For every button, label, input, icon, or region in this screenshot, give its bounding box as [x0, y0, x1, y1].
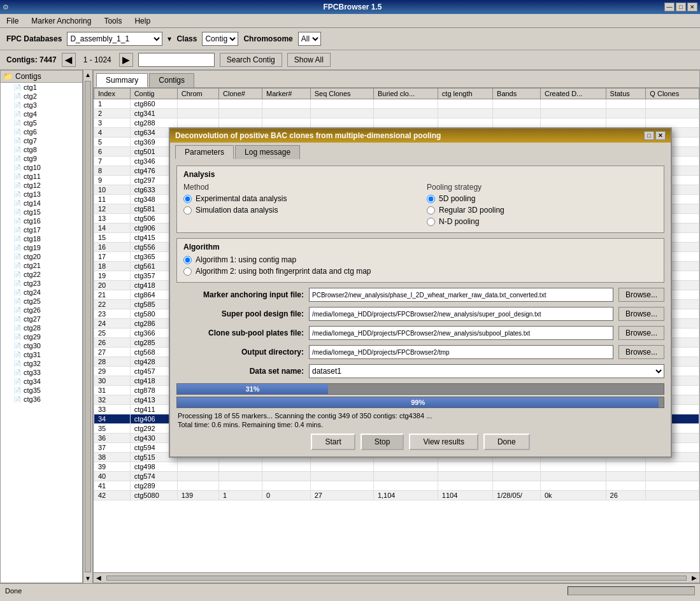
stop-btn[interactable]: Stop [361, 434, 404, 450]
modal-titlebar: Deconvolution of positive BAC clones fro… [170, 129, 671, 143]
method-experimental[interactable]: Experimental data analysis [183, 194, 414, 203]
method-experimental-label: Experimental data analysis [196, 194, 287, 203]
view-results-btn[interactable]: View results [409, 434, 478, 450]
marker-file-row: Marker anchoring input file: PCBrowser2/… [176, 288, 664, 302]
marker-file-input[interactable]: PCBrowser2/new_analysis/phase_I_2D_wheat… [309, 288, 613, 302]
algorithm-title: Algorithm [183, 243, 657, 251]
pooling-5d[interactable]: 5D pooling [427, 194, 657, 203]
status-line-2: Total time: 0.6 mins. Remaining time: 0.… [176, 421, 664, 428]
pooling-nd-label: N-D pooling [439, 217, 479, 226]
modal-controls[interactable]: □ ✕ [644, 131, 666, 140]
progress-bar-2-container: 99% [176, 397, 664, 408]
progress-bar-1: 31% [177, 384, 328, 394]
analysis-title: Analysis [183, 170, 657, 179]
output-dir-input[interactable]: /media/Iomega_HDD/projects/FPCBrowser2/t… [309, 345, 613, 359]
dataset-name-row: Data set name: dataset1 [176, 364, 664, 378]
progress-bar-1-container: 31% [176, 383, 664, 395]
pooling-3d-label: Regular 3D pooling [439, 206, 504, 215]
analysis-row: Method Experimental data analysis Simula… [183, 183, 657, 229]
method-simulation-radio[interactable] [183, 206, 192, 215]
method-simulation-label: Simulation data analysis [196, 206, 278, 215]
modal-overlay: Deconvolution of positive BAC clones fro… [0, 0, 700, 601]
output-dir-label: Output directory: [176, 348, 304, 357]
clone-sub-file-input[interactable]: /media/Iomega_HDD/projects/FPCBrowser2/n… [309, 326, 613, 340]
progress-bar-1-label: 31% [245, 385, 259, 393]
progress-bar-2: 99% [177, 397, 659, 407]
algorithm-1[interactable]: Algorithm 1: using contig map [183, 255, 657, 264]
super-pool-browse-btn[interactable]: Browse... [618, 307, 664, 321]
dataset-name-label: Data set name: [176, 367, 304, 376]
clone-sub-browse-btn[interactable]: Browse... [618, 326, 664, 340]
algorithm-2[interactable]: Algorithm 2: using both fingerprint data… [183, 267, 657, 276]
pooling-5d-label: 5D pooling [439, 194, 475, 203]
modal-tabs: Parameters Log message [170, 143, 671, 159]
output-dir-browse-btn[interactable]: Browse... [618, 345, 664, 359]
marker-file-label: Marker anchoring input file: [176, 290, 304, 299]
pooling-3d[interactable]: Regular 3D pooling [427, 206, 657, 215]
modal-body: Analysis Method Experimental data analys… [170, 159, 671, 456]
modal-dialog: Deconvolution of positive BAC clones fro… [169, 127, 672, 458]
analysis-group: Analysis Method Experimental data analys… [176, 166, 664, 233]
super-pool-file-input[interactable]: /media/Iomega_HDD/projects/FPCBrowser2/n… [309, 307, 613, 321]
marker-browse-btn[interactable]: Browse... [618, 288, 664, 302]
pooling-5d-radio[interactable] [427, 195, 435, 203]
output-dir-row: Output directory: /media/Iomega_HDD/proj… [176, 345, 664, 359]
method-label: Method [183, 183, 414, 192]
algorithm-2-radio[interactable] [183, 267, 192, 276]
dataset-name-select[interactable]: dataset1 [309, 364, 664, 378]
super-pool-file-row: Super pool design file: /media/Iomega_HD… [176, 307, 664, 321]
pooling-label: Pooling strategy [427, 183, 657, 192]
progress-bar-2-label: 99% [411, 399, 425, 406]
algorithm-1-radio[interactable] [183, 256, 192, 264]
clone-sub-file-label: Clone sub-pool plates file: [176, 329, 304, 337]
modal-close-btn[interactable]: ✕ [655, 131, 666, 140]
method-simulation[interactable]: Simulation data analysis [183, 206, 414, 215]
method-experimental-radio[interactable] [183, 195, 192, 203]
done-btn[interactable]: Done [483, 434, 530, 450]
pooling-3d-radio[interactable] [427, 206, 435, 215]
algorithm-group: Algorithm Algorithm 1: using contig map … [176, 238, 664, 283]
algorithm-1-label: Algorithm 1: using contig map [196, 255, 296, 264]
pooling-nd[interactable]: N-D pooling [427, 217, 657, 226]
clone-sub-file-row: Clone sub-pool plates file: /media/Iomeg… [176, 326, 664, 340]
modal-maximize-btn[interactable]: □ [644, 131, 654, 140]
super-pool-file-label: Super pool design file: [176, 309, 304, 318]
modal-title: Deconvolution of positive BAC clones fro… [175, 131, 441, 140]
algorithm-2-label: Algorithm 2: using both fingerprint data… [196, 267, 371, 276]
pooling-group: Pooling strategy 5D pooling Regular 3D p… [427, 183, 657, 229]
status-line-1: Processing 18 of 55 markers... Scanning … [176, 412, 664, 420]
progress-area: 31% 99% [176, 383, 664, 408]
pooling-nd-radio[interactable] [427, 218, 435, 226]
start-btn[interactable]: Start [311, 434, 355, 450]
modal-tab-parameters[interactable]: Parameters [175, 145, 234, 159]
action-buttons: Start Stop View results Done [176, 434, 664, 450]
method-group: Method Experimental data analysis Simula… [183, 183, 414, 229]
modal-tab-log[interactable]: Log message [235, 145, 300, 159]
